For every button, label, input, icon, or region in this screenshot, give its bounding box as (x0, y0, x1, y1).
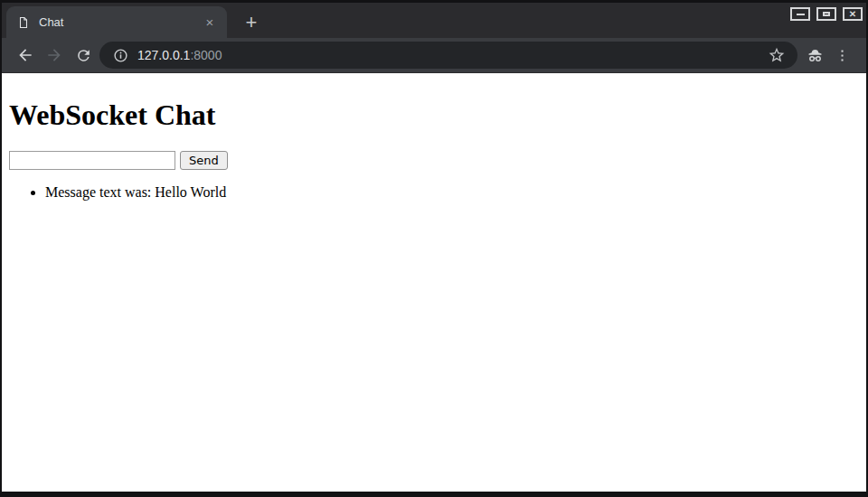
titlebar: Chat × + ✕ (2, 3, 866, 38)
bookmark-button[interactable] (765, 43, 788, 67)
message-input[interactable] (9, 151, 175, 170)
back-button[interactable] (11, 41, 40, 70)
browser-window: Chat × + ✕ (0, 0, 868, 497)
maximize-icon (823, 12, 830, 16)
list-item: Message text was: Hello World (45, 184, 859, 201)
back-arrow-icon (16, 46, 34, 64)
tab-close-button[interactable]: × (202, 14, 218, 31)
menu-button[interactable] (828, 42, 855, 69)
forward-arrow-icon (45, 46, 63, 64)
address-bar[interactable]: 127.0.0.1:8000 (99, 42, 797, 69)
document-icon (17, 15, 30, 30)
reload-icon (75, 47, 92, 64)
reload-button[interactable] (69, 41, 98, 70)
plus-icon: + (246, 11, 258, 34)
close-icon: × (206, 15, 214, 29)
message-form: Send (9, 151, 859, 170)
tab-title: Chat (39, 15, 202, 29)
url-host: 127.0.0.1 (137, 48, 190, 62)
page-title: WebSocket Chat (9, 98, 859, 132)
forward-button[interactable] (40, 41, 69, 70)
incognito-icon (806, 46, 825, 65)
info-icon (113, 48, 128, 63)
window-close-icon: ✕ (849, 10, 856, 19)
window-controls: ✕ (790, 7, 863, 21)
tab-chat[interactable]: Chat × (6, 6, 227, 38)
url-text[interactable]: 127.0.0.1:8000 (137, 48, 222, 62)
minimize-button[interactable] (790, 7, 810, 21)
star-icon (768, 46, 786, 64)
maximize-button[interactable] (816, 7, 836, 21)
minimize-icon (797, 14, 805, 15)
incognito-badge (801, 42, 828, 69)
page-content: WebSocket Chat Send Message text was: He… (2, 73, 866, 492)
message-list: Message text was: Hello World (9, 184, 859, 201)
new-tab-button[interactable]: + (237, 8, 266, 37)
send-button[interactable]: Send (180, 151, 228, 170)
browser-toolbar: 127.0.0.1:8000 (2, 38, 866, 73)
site-info-button[interactable] (109, 44, 131, 66)
kebab-menu-icon (835, 48, 850, 63)
url-port: :8000 (190, 48, 222, 62)
window-close-button[interactable]: ✕ (843, 7, 863, 21)
